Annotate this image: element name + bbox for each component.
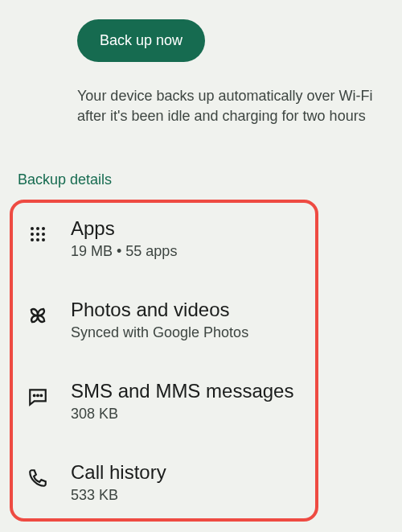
backup-item-photos[interactable]: Photos and videos Synced with Google Pho… — [26, 299, 307, 341]
backup-item-title: Photos and videos — [71, 299, 307, 321]
backup-item-title: Apps — [71, 217, 307, 240]
pinwheel-icon — [26, 303, 50, 328]
svg-point-1 — [36, 227, 39, 230]
backup-item-subtitle: Synced with Google Photos — [71, 324, 307, 341]
backup-item-title: Call history — [71, 461, 307, 484]
backup-item-subtitle: 533 KB — [71, 487, 307, 504]
svg-point-11 — [40, 395, 42, 397]
svg-point-0 — [31, 227, 34, 230]
backup-item-subtitle: 308 KB — [71, 406, 307, 423]
svg-point-2 — [42, 227, 45, 230]
backup-item-apps[interactable]: Apps 19 MB • 55 apps — [26, 217, 307, 260]
backup-now-button[interactable]: Back up now — [77, 19, 205, 62]
backup-item-sms[interactable]: SMS and MMS messages 308 KB — [26, 380, 307, 423]
backup-info-text: Your device backs up automatically over … — [77, 86, 378, 126]
phone-icon — [26, 466, 50, 490]
svg-point-4 — [36, 233, 39, 236]
svg-point-9 — [34, 395, 35, 397]
backup-item-title: SMS and MMS messages — [71, 380, 307, 402]
apps-icon — [26, 222, 50, 246]
svg-point-5 — [42, 233, 45, 236]
message-icon — [26, 385, 50, 409]
svg-point-6 — [31, 238, 34, 241]
backup-item-subtitle: 19 MB • 55 apps — [71, 243, 307, 260]
svg-point-3 — [31, 233, 34, 236]
svg-point-8 — [42, 238, 45, 241]
backup-details-header: Backup details — [18, 171, 386, 188]
backup-item-call-history[interactable]: Call history 533 KB — [26, 461, 307, 504]
backup-details-highlight: Apps 19 MB • 55 apps Photos and videos S… — [10, 200, 318, 522]
svg-point-7 — [36, 238, 39, 241]
svg-point-10 — [37, 395, 39, 397]
